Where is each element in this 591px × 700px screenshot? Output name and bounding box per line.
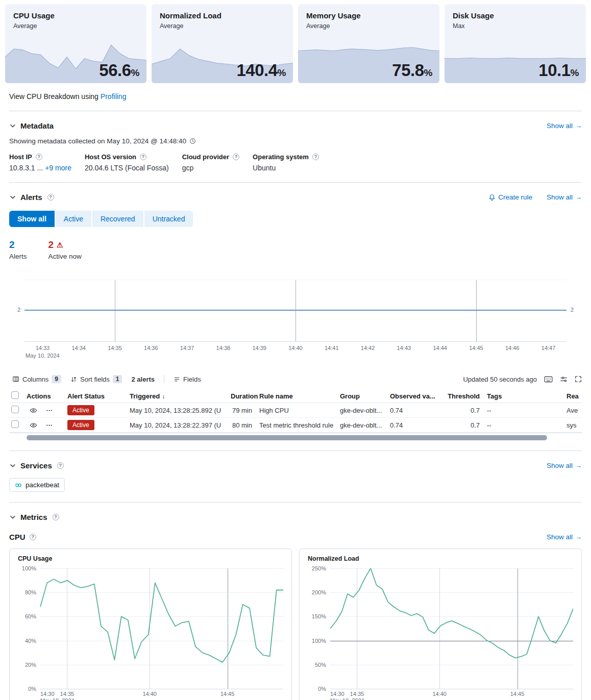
kpi-cards-row: CPU Usage Average 56.6% Normalized Load …: [5, 4, 586, 83]
view-alert-icon[interactable]: [30, 421, 37, 429]
x-tick: 14:45: [458, 345, 495, 351]
row-checkbox[interactable]: [11, 406, 19, 413]
filter-untracked[interactable]: Untracked: [144, 211, 193, 227]
chevron-down-icon: [9, 514, 16, 521]
select-all-checkbox[interactable]: [11, 391, 19, 399]
kpi-card-memory-usage[interactable]: Memory Usage Average 75.8%: [298, 4, 439, 83]
keyboard-icon: [544, 376, 553, 383]
sort-fields-button[interactable]: Sort fields 1: [67, 375, 126, 383]
metadata-show-all-link[interactable]: Show all→: [547, 122, 582, 130]
alerts-count-label: Alerts: [9, 253, 27, 260]
chevron-down-icon: [9, 194, 16, 201]
active-now-count: 2: [48, 239, 54, 251]
keyboard-shortcuts-button[interactable]: [544, 376, 553, 383]
metadata-collected-text: Showing metadata collected on May 10, 20…: [9, 137, 582, 145]
cpu-usage-line-series: [40, 568, 283, 689]
help-icon[interactable]: ?: [47, 194, 54, 201]
more-ips-link[interactable]: +9 more: [45, 164, 71, 172]
metrics-collapse-button[interactable]: [9, 514, 16, 521]
services-collapse-button[interactable]: [9, 462, 16, 469]
timeline-y-label-left: 2: [9, 280, 24, 342]
chevron-down-icon: [9, 122, 16, 130]
collected-label: Showing metadata collected on May 10, 20…: [9, 137, 186, 145]
cell-duration: 79 min: [231, 407, 259, 414]
help-icon[interactable]: ?: [140, 154, 146, 160]
horizontal-scrollbar[interactable]: [27, 435, 547, 440]
cell-tags: --: [487, 421, 567, 429]
kpi-card-cpu-usage[interactable]: CPU Usage Average 56.6%: [5, 4, 146, 83]
kpi-subtitle: Average: [306, 22, 431, 30]
filter-show-all[interactable]: Show all: [9, 211, 55, 227]
metrics-cpu-show-all-link[interactable]: Show all→: [547, 533, 582, 541]
field-value: 10.8.3.1 ...: [9, 164, 43, 172]
kpi-title: CPU Usage: [13, 11, 138, 20]
alerts-show-all-link[interactable]: Show all→: [547, 193, 582, 201]
help-icon[interactable]: ?: [53, 514, 59, 520]
kpi-head: Memory Usage Average: [298, 4, 439, 30]
divider: [9, 111, 582, 111]
row-checkbox[interactable]: [11, 420, 19, 428]
create-rule-button[interactable]: Create rule: [488, 193, 532, 201]
help-icon[interactable]: ?: [30, 534, 36, 540]
y-axis: 250% 200% 150% 100% 50% 0%: [308, 568, 330, 689]
kpi-card-disk-usage[interactable]: Disk Usage Max 10.1%: [445, 4, 586, 83]
filter-active[interactable]: Active: [56, 211, 91, 227]
fullscreen-button[interactable]: [575, 376, 582, 383]
alert-status-badge: Active: [67, 420, 94, 430]
arrow-right-icon: →: [575, 122, 582, 130]
metadata-title: Metadata: [20, 121, 54, 130]
x-tick: 14:37: [169, 345, 205, 351]
field-value: 20.04.6 LTS (Focal Fossa): [85, 164, 169, 172]
service-link-packetbeat[interactable]: packetbeat: [9, 478, 65, 492]
kpi-value-unit: %: [571, 67, 579, 78]
profiling-note-text: View CPU Breakdown using: [9, 92, 98, 101]
updated-timestamp: Updated 50 seconds ago: [463, 376, 537, 383]
alerts-collapse-button[interactable]: [9, 194, 16, 201]
x-tick: 14:47: [530, 345, 567, 351]
more-actions-icon[interactable]: [45, 407, 53, 414]
help-icon[interactable]: ?: [36, 154, 42, 160]
kpi-subtitle: Max: [453, 22, 578, 30]
services-show-all-link[interactable]: Show all→: [547, 462, 582, 469]
kpi-value-number: 140.4: [237, 61, 278, 80]
help-icon[interactable]: ?: [57, 462, 64, 469]
arrow-right-icon: →: [575, 193, 582, 201]
field-label: Host IP: [9, 153, 32, 161]
x-tick: 14:30: [330, 691, 344, 697]
gridline: [476, 280, 477, 341]
field-label: Cloud provider: [182, 153, 229, 161]
x-tick: 14:35: [97, 345, 133, 351]
timeline-date-label: May 10, 2024: [26, 353, 60, 359]
header-rule-name: Rule name: [259, 392, 340, 400]
kpi-value-unit: %: [278, 67, 286, 78]
header-triggered[interactable]: Triggered↓: [130, 392, 231, 400]
help-icon[interactable]: ?: [233, 154, 239, 160]
columns-icon: [12, 376, 19, 383]
view-alert-icon[interactable]: [30, 407, 37, 414]
kpi-value: 10.1%: [538, 61, 579, 80]
metadata-section: Metadata Show all→ Showing metadata coll…: [9, 121, 582, 172]
kpi-card-normalized-load[interactable]: Normalized Load Average 140.4%: [152, 4, 293, 83]
sort-desc-icon: ↓: [162, 393, 165, 400]
kpi-value: 56.6%: [99, 61, 139, 80]
filter-recovered[interactable]: Recovered: [92, 211, 143, 227]
x-tick: 14:38: [205, 345, 241, 351]
metadata-collapse-button[interactable]: [9, 122, 16, 130]
columns-button[interactable]: Columns 9: [9, 375, 64, 383]
metrics-section: Metrics ? CPU ? Show all→ CPU Usage 100%…: [9, 513, 582, 700]
chart-date-label: May 10, 2024: [40, 697, 75, 700]
display-options-button[interactable]: [560, 376, 568, 383]
stat-active-now: 2⚠ Active now: [48, 239, 82, 260]
x-tick: 14:40: [142, 691, 157, 697]
help-icon[interactable]: ?: [312, 154, 319, 160]
cell-rule-name: Test metric threshold rule: [259, 421, 340, 429]
fields-button[interactable]: Fields: [170, 376, 204, 383]
header-tags: Tags: [487, 392, 567, 400]
header-duration: Duration: [231, 392, 259, 400]
more-actions-icon[interactable]: [45, 421, 53, 429]
alerts-count: 2: [9, 239, 27, 251]
profiling-link[interactable]: Profiling: [101, 92, 127, 101]
arrow-right-icon: →: [575, 462, 582, 469]
cell-duration: 80 min: [231, 421, 259, 429]
metrics-title: Metrics: [20, 513, 47, 521]
